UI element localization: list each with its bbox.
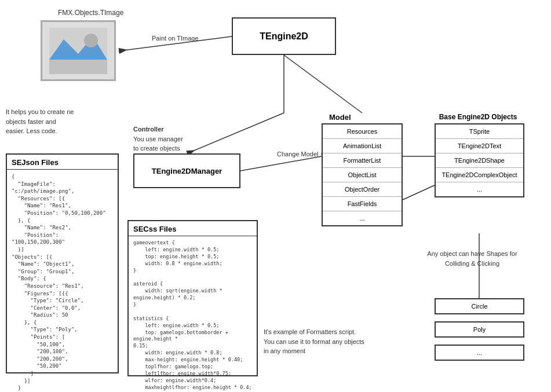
image-placeholder — [41, 20, 116, 81]
paint-on-timage-label: Paint on TImage — [152, 35, 199, 42]
svg-rect-14 — [49, 60, 107, 74]
helper-text: It helps you to create ne objects faster… — [6, 107, 75, 136]
secss-title: SECss Files — [129, 221, 257, 236]
shapes-note: Any object can have Shapes for Colliding… — [426, 249, 519, 268]
model-row: FastFields — [323, 197, 402, 211]
base-row: TSprite — [436, 124, 523, 139]
base-row: TEngine2DText — [436, 139, 523, 153]
base-box: TSpriteTEngine2DTextTEngine2DShapeTEngin… — [435, 123, 524, 197]
change-model-label: Change Model — [277, 151, 319, 157]
model-row: FormatterList — [323, 153, 402, 168]
circle-box: Circle — [435, 298, 524, 314]
tengine2d-box: TEngine2D — [232, 17, 336, 55]
svg-line-7 — [284, 55, 362, 113]
base-row: TEngine2DShape — [436, 153, 523, 168]
svg-line-8 — [403, 185, 435, 200]
poly-box: Poly — [435, 321, 524, 338]
model-row: ObjectOrder — [323, 182, 402, 197]
svg-line-5 — [240, 156, 322, 171]
model-label: Model — [329, 113, 351, 122]
secss-box: SECss Files gameovertext { left: engine.… — [127, 220, 258, 376]
sejson-box: SEJson Files { "ImageFile": "c:/path/ima… — [6, 153, 119, 373]
shapes-ellipsis-box: ... — [435, 345, 524, 361]
fmx-label: FMX.Objects.TImage — [58, 9, 123, 17]
model-row: ... — [323, 211, 402, 225]
formatters-note: It's example of Formatters script. You c… — [264, 327, 365, 356]
base-objects-label: Base Engine2D Objects — [429, 113, 527, 121]
base-row: ... — [436, 182, 523, 196]
sejson-title: SEJson Files — [7, 155, 118, 170]
tengine2dmanager-box: TEngine2DManager — [133, 153, 240, 188]
model-row: Resources — [323, 124, 402, 139]
sejson-code: { "ImageFile": "c:/path/image.png", "Res… — [7, 170, 118, 392]
model-row: ObjectList — [323, 168, 402, 182]
svg-line-4 — [187, 113, 284, 153]
model-row: AnimationList — [323, 139, 402, 153]
controller-text: Controller You use manager to create obj… — [133, 124, 183, 153]
base-row: TEngine2DComplexObject — [436, 168, 523, 182]
model-box: ResourcesAnimationListFormatterListObjec… — [322, 123, 403, 226]
svg-point-13 — [84, 34, 98, 47]
diagram-container: FMX.Objects.TImage Paint on TImage TEngi… — [0, 0, 551, 392]
secss-code: gameovertext { left: engine.width * 0.5;… — [129, 236, 257, 392]
